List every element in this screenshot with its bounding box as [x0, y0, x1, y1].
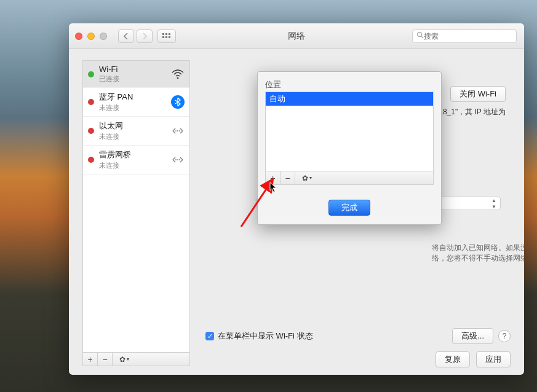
network-services-sidebar: Wi-Fi 已连接 蓝牙 PAN 未连接 [82, 60, 190, 366]
svg-point-12 [177, 159, 178, 160]
help-button[interactable]: ? [498, 330, 511, 342]
svg-line-7 [421, 36, 423, 38]
popup-arrows-icon: ▲▼ [491, 198, 496, 210]
status-dot-icon [88, 71, 94, 77]
service-text: 蓝牙 PAN 未连接 [99, 92, 166, 112]
svg-point-9 [177, 130, 178, 131]
search-input[interactable] [424, 32, 516, 41]
checkbox-checked-icon: ✓ [205, 332, 214, 340]
service-status: 已连接 [99, 74, 166, 84]
remove-service-button[interactable]: − [98, 353, 113, 366]
service-name: 蓝牙 PAN [99, 92, 166, 103]
remove-location-button[interactable]: − [280, 171, 295, 184]
service-text: 雷雳网桥 未连接 [99, 149, 166, 170]
service-wifi[interactable]: Wi-Fi 已连接 [83, 61, 189, 88]
chevron-down-icon: ▾ [309, 175, 312, 181]
show-wifi-menu-checkbox-row[interactable]: ✓ 在菜单栏中显示 Wi-Fi 状态 [205, 331, 313, 342]
service-bluetooth-pan[interactable]: 蓝牙 PAN 未连接 [83, 88, 189, 117]
ethernet-icon [171, 124, 185, 138]
window-controls [75, 33, 107, 40]
location-item-selected[interactable]: 自动 [266, 92, 433, 106]
add-location-button[interactable]: + [266, 171, 280, 184]
service-name: 以太网 [99, 120, 166, 131]
auto-join-hint: 将自动加入已知网络。如果没有已知网络，您将不得不手动选择网络。 [432, 243, 524, 264]
svg-point-6 [418, 33, 422, 37]
svg-rect-4 [165, 36, 167, 38]
minimize-window-button[interactable] [87, 33, 95, 40]
locations-popover: 位置 自动 + − ✿▾ 完成 [257, 71, 442, 225]
svg-point-8 [177, 77, 179, 79]
search-icon [416, 31, 424, 41]
location-actions-menu[interactable]: ✿▾ [295, 171, 319, 184]
add-service-button[interactable]: + [83, 353, 98, 366]
svg-point-14 [179, 159, 180, 160]
svg-rect-3 [162, 36, 164, 38]
search-field[interactable] [412, 29, 517, 43]
svg-point-13 [175, 159, 177, 160]
locations-toolbar: + − ✿▾ [265, 171, 434, 185]
status-dot-icon [88, 128, 94, 134]
gear-icon: ✿ [119, 355, 125, 364]
service-name: 雷雳网桥 [99, 149, 166, 160]
thunderbolt-bridge-icon [171, 153, 185, 167]
ip-info-text: 18_1"，其 IP 地址为 [439, 107, 506, 117]
gear-icon: ✿ [302, 174, 308, 182]
lower-bar: ✓ 在菜单栏中显示 Wi-Fi 状态 高级... ? [82, 328, 511, 344]
popover-buttons: 完成 [265, 200, 434, 216]
system-preferences-window: 网络 Wi-Fi 已连接 蓝牙 [69, 23, 524, 375]
done-button[interactable]: 完成 [328, 200, 370, 216]
titlebar: 网络 [69, 23, 524, 49]
service-status: 未连接 [99, 132, 166, 141]
service-thunderbolt-bridge[interactable]: 雷雳网桥 未连接 [83, 146, 189, 174]
service-ethernet[interactable]: 以太网 未连接 [83, 117, 189, 146]
close-window-button[interactable] [75, 33, 82, 40]
status-dot-icon [88, 157, 94, 163]
sidebar-toolbar: + − ✿▾ [83, 352, 189, 366]
revert-button[interactable]: 复原 [436, 351, 470, 367]
locations-list[interactable]: 自动 [265, 92, 434, 171]
rightside-buttons: 高级... ? [452, 328, 511, 344]
service-text: 以太网 未连接 [99, 120, 166, 141]
status-dot-icon [88, 99, 94, 105]
svg-rect-1 [165, 33, 167, 35]
advanced-button[interactable]: 高级... [452, 328, 493, 344]
back-button[interactable] [118, 29, 134, 43]
svg-rect-5 [169, 36, 170, 38]
wifi-icon [171, 68, 185, 81]
zoom-window-button[interactable] [100, 33, 107, 40]
footer-buttons: 复原 应用 [436, 351, 511, 367]
turn-wifi-off-button[interactable]: 关闭 Wi-Fi [450, 86, 506, 102]
service-name: Wi-Fi [99, 65, 166, 74]
locations-label: 位置 [265, 79, 434, 90]
bluetooth-icon [171, 95, 185, 109]
detail-peek: 关闭 Wi-Fi 18_1"，其 IP 地址为 [439, 86, 506, 117]
chevron-down-icon: ▾ [127, 356, 129, 362]
show-wifi-menu-label: 在菜单栏中显示 Wi-Fi 状态 [218, 331, 313, 342]
svg-point-10 [175, 130, 177, 131]
show-all-button[interactable] [157, 29, 176, 43]
apply-button[interactable]: 应用 [476, 351, 511, 367]
service-actions-menu[interactable]: ✿▾ [113, 353, 136, 366]
nav-buttons [118, 29, 153, 43]
svg-rect-2 [169, 33, 170, 35]
service-status: 未连接 [99, 103, 166, 112]
svg-rect-0 [162, 33, 164, 35]
svg-point-11 [179, 130, 180, 131]
service-text: Wi-Fi 已连接 [99, 65, 166, 84]
service-status: 未连接 [99, 161, 166, 170]
forward-button[interactable] [137, 29, 153, 43]
